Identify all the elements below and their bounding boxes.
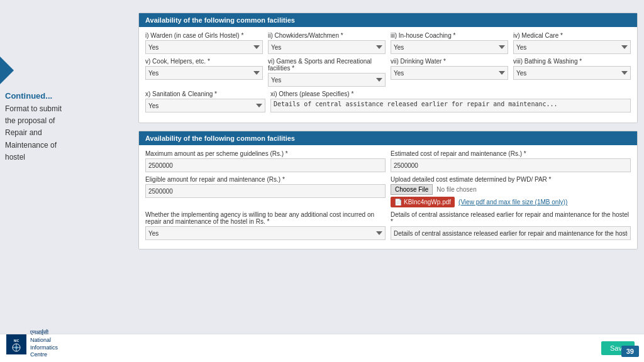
- section2-body: Maximum amount as per scheme guidelines …: [139, 145, 637, 249]
- label-sanitation: x) Sanitation & Cleaning *: [145, 90, 265, 97]
- input-eligible-amount[interactable]: [145, 184, 386, 198]
- input-estimated-cost[interactable]: [391, 158, 631, 172]
- label-others: xi) Others (please Specifies) *: [270, 90, 631, 97]
- desc-line5: hostel: [5, 153, 25, 162]
- form-row-2: v) Cook, Helpers, etc. * Yes No vi) Game…: [145, 58, 631, 87]
- select-warden[interactable]: Yes No: [145, 40, 263, 54]
- choose-file-button[interactable]: Choose File: [391, 184, 433, 195]
- label-willing: Whether the implementing agency is willi…: [145, 211, 386, 225]
- upload-section: Choose File No file chosen: [391, 184, 631, 195]
- nic-line2: Informatics: [30, 344, 58, 352]
- nic-line3: Centre: [30, 351, 58, 359]
- select-cook[interactable]: Yes No: [145, 66, 263, 80]
- field-medical: iv) Medical Care * Yes No: [513, 32, 631, 54]
- label-medical: iv) Medical Care *: [513, 32, 631, 39]
- label-upload: Upload detailed cost estimate determined…: [391, 176, 631, 183]
- select-willing[interactable]: Yes No: [145, 226, 386, 240]
- field-upload: Upload detailed cost estimate determined…: [391, 176, 631, 207]
- input-details[interactable]: [391, 226, 631, 240]
- nic-line1: National: [30, 337, 58, 344]
- field-coaching: iii) In-house Coaching * Yes No: [391, 32, 508, 54]
- field-estimated-cost: Estimated cost of repair and maintenance…: [391, 150, 631, 172]
- select-games[interactable]: Yes No: [268, 73, 386, 87]
- section2-header: Availability of the following common fac…: [139, 131, 637, 145]
- page-number: 39: [621, 346, 639, 357]
- section2-panel: Availability of the following common fac…: [138, 131, 638, 250]
- label-estimated-cost: Estimated cost of repair and maintenance…: [391, 150, 631, 157]
- view-pdf-button[interactable]: 📄 KBInc4ngWp.pdf: [391, 197, 455, 207]
- select-chowkiders[interactable]: Yes No: [268, 40, 386, 54]
- textarea-others[interactable]: Details of central assistance released e…: [270, 99, 631, 112]
- field-others: xi) Others (please Specifies) * Details …: [270, 90, 631, 114]
- form-row-1: i) Warden (in case of Girls Hostel) * Ye…: [145, 32, 631, 54]
- label-coaching: iii) In-house Coaching *: [391, 32, 508, 39]
- label-bathing: viii) Bathing & Washing *: [513, 58, 631, 65]
- field-willing: Whether the implementing agency is willi…: [145, 211, 386, 240]
- s2-form-row-1: Maximum amount as per scheme guidelines …: [145, 150, 631, 172]
- nic-text: एनआईसी National Informatics Centre: [30, 329, 58, 359]
- field-warden: i) Warden (in case of Girls Hostel) * Ye…: [145, 32, 263, 54]
- label-cook: v) Cook, Helpers, etc. *: [145, 58, 263, 65]
- field-water: vii) Drinking Water * Yes No: [391, 58, 508, 87]
- svg-text:NIC: NIC: [14, 339, 19, 343]
- label-details: Details of central assistance released e…: [391, 211, 631, 225]
- label-warden: i) Warden (in case of Girls Hostel) *: [145, 32, 263, 39]
- continued-label: Continued...: [5, 91, 131, 101]
- nic-logo: NIC: [6, 334, 26, 354]
- field-details: Details of central assistance released e…: [391, 211, 631, 240]
- label-max-amount: Maximum amount as per scheme guidelines …: [145, 150, 386, 157]
- left-arrow-decoration: [0, 57, 14, 84]
- pdf-icon: 📄: [394, 199, 402, 206]
- select-water[interactable]: Yes No: [391, 66, 508, 80]
- left-panel: Continued... Format to submit the propos…: [5, 91, 131, 163]
- field-bathing: viii) Bathing & Washing * Yes No: [513, 58, 631, 87]
- section1-body: i) Warden (in case of Girls Hostel) * Ye…: [139, 27, 637, 123]
- field-max-amount: Maximum amount as per scheme guidelines …: [145, 150, 386, 172]
- label-chowkiders: ii) Chowkiders/Watchmen *: [268, 32, 386, 39]
- field-games: vi) Games & Sports and Recreational faci…: [268, 58, 386, 87]
- desc-line3: Repair and: [5, 128, 42, 137]
- field-sanitation: x) Sanitation & Cleaning * Yes No: [145, 90, 265, 114]
- label-water: vii) Drinking Water *: [391, 58, 508, 65]
- main-content: Availability of the following common fac…: [138, 13, 638, 331]
- desc-line1: Format to submit: [5, 104, 62, 113]
- input-max-amount[interactable]: [145, 158, 386, 172]
- nic-logo-svg: NIC: [8, 336, 25, 353]
- view-pdf-link[interactable]: (View pdf and max file size (1MB only)): [458, 199, 567, 206]
- nic-hindi: एनआईसी: [30, 329, 58, 337]
- section1-panel: Availability of the following common fac…: [138, 13, 638, 123]
- form-row-3: x) Sanitation & Cleaning * Yes No xi) Ot…: [145, 90, 631, 114]
- pdf-filename: KBInc4ngWp.pdf: [404, 199, 451, 206]
- field-chowkiders: ii) Chowkiders/Watchmen * Yes No: [268, 32, 386, 54]
- section1-header: Availability of the following common fac…: [139, 13, 637, 27]
- bottom-bar: Save: [0, 334, 644, 362]
- footer-nic: NIC एनआईसी National Informatics Centre: [6, 329, 58, 359]
- no-file-label: No file chosen: [436, 186, 476, 193]
- label-games: vi) Games & Sports and Recreational faci…: [268, 58, 386, 72]
- s2-form-row-2: Eligible amount for repair and maintenan…: [145, 176, 631, 207]
- description-text: Format to submit the proposal of Repair …: [5, 103, 131, 163]
- field-eligible-amount: Eligible amount for repair and maintenan…: [145, 176, 386, 207]
- desc-line2: the proposal of: [5, 116, 55, 125]
- select-sanitation[interactable]: Yes No: [145, 99, 265, 112]
- field-cook: v) Cook, Helpers, etc. * Yes No: [145, 58, 263, 87]
- desc-line4: Maintenance of: [5, 141, 57, 150]
- select-coaching[interactable]: Yes No: [391, 40, 508, 54]
- s2-form-row-3: Whether the implementing agency is willi…: [145, 211, 631, 240]
- select-bathing[interactable]: Yes No: [513, 66, 631, 80]
- label-eligible-amount: Eligible amount for repair and maintenan…: [145, 176, 386, 183]
- select-medical[interactable]: Yes No: [513, 40, 631, 54]
